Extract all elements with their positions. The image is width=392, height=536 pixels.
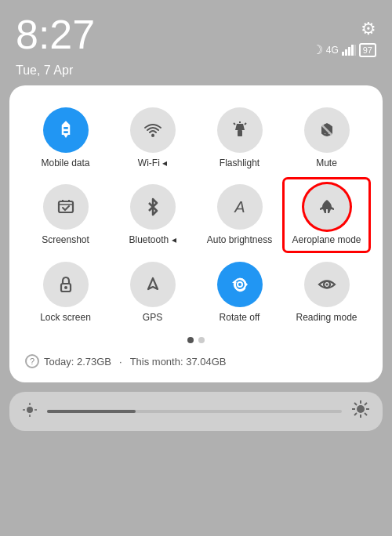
data-usage-separator: · <box>119 356 122 368</box>
aeroplane-icon-circle <box>304 184 350 230</box>
svg-line-13 <box>234 123 235 125</box>
lock-screen-icon-circle <box>43 262 89 307</box>
brightness-low-icon <box>22 402 38 422</box>
svg-rect-4 <box>354 45 356 56</box>
flashlight-icon <box>229 119 251 141</box>
flashlight-icon-circle <box>217 107 263 153</box>
eye-icon <box>316 273 338 295</box>
bluetooth-label: Bluetooth ◂ <box>129 234 176 245</box>
data-usage-help-icon[interactable]: ? <box>25 354 39 368</box>
svg-line-40 <box>354 403 357 405</box>
gear-icon[interactable]: ⚙ <box>361 19 376 39</box>
rotate-off-icon-circle <box>217 262 263 307</box>
rotate-icon <box>229 273 251 295</box>
signal-bars-icon <box>342 45 356 56</box>
brightness-high-icon <box>351 400 370 423</box>
svg-point-35 <box>357 405 365 413</box>
qs-item-bluetooth[interactable]: Bluetooth ◂ <box>109 178 196 252</box>
svg-line-42 <box>365 403 367 405</box>
bluetooth-icon-circle <box>130 184 176 230</box>
qs-item-screenshot[interactable]: Screenshot <box>22 178 109 252</box>
wifi-label: Wi-Fi ◂ <box>138 158 167 168</box>
svg-rect-3 <box>351 45 354 56</box>
data-usage-today: Today: 2.73GB <box>44 356 111 368</box>
quick-settings-panel: Mobile data Wi-Fi ◂ <box>9 85 383 382</box>
svg-line-12 <box>245 123 246 125</box>
brightness-track[interactable] <box>47 410 342 413</box>
qs-item-auto-brightness[interactable]: A Auto brightness <box>196 178 283 252</box>
data-usage: ? Today: 2.73GB · This month: 37.04GB <box>22 351 370 371</box>
auto-brightness-icon-circle: A <box>217 184 263 230</box>
gps-label: GPS <box>143 312 162 323</box>
svg-text:A: A <box>234 198 245 215</box>
svg-point-8 <box>151 134 154 137</box>
aeroplane-icon <box>316 196 338 218</box>
svg-line-43 <box>354 413 357 415</box>
gps-icon <box>142 273 164 295</box>
qs-item-mobile-data[interactable]: Mobile data <box>22 101 109 175</box>
mobile-data-icon-circle <box>43 107 89 153</box>
reading-mode-label: Reading mode <box>296 312 357 323</box>
quick-settings-grid: Mobile data Wi-Fi ◂ <box>22 101 370 329</box>
auto-brightness-label: Auto brightness <box>207 234 272 245</box>
svg-point-24 <box>238 282 242 287</box>
svg-point-30 <box>27 407 33 413</box>
mobile-data-icon <box>55 119 77 141</box>
pagination-dot-2[interactable] <box>198 337 205 343</box>
wifi-icon-circle <box>130 107 176 153</box>
auto-brightness-icon: A <box>229 196 251 218</box>
qs-item-gps[interactable]: GPS <box>109 255 196 329</box>
battery-text: 97 <box>363 45 372 55</box>
svg-rect-1 <box>345 49 347 56</box>
svg-rect-10 <box>238 130 242 136</box>
qs-item-mute[interactable]: Mute <box>283 101 370 175</box>
qs-item-rotate-off[interactable]: Rotate off <box>196 255 283 329</box>
rotate-off-label: Rotate off <box>220 312 260 323</box>
svg-rect-2 <box>348 47 350 56</box>
status-bar: 8:27 ⚙ ☽ 4G 97 <box>0 0 392 63</box>
svg-line-41 <box>365 413 367 415</box>
mobile-data-label: Mobile data <box>41 158 89 168</box>
signal-text: 4G <box>326 45 339 56</box>
screenshot-label: Screenshot <box>42 234 89 245</box>
qs-item-reading-mode[interactable]: Reading mode <box>283 255 370 329</box>
lock-screen-label: Lock screen <box>40 312 91 323</box>
aeroplane-label: Aeroplane mode <box>292 234 361 245</box>
bluetooth-icon <box>142 196 164 218</box>
qs-item-lock-screen[interactable]: Lock screen <box>22 255 109 329</box>
battery-icon-wrap: 97 <box>359 43 376 57</box>
brightness-fill <box>47 410 136 413</box>
pagination <box>22 337 370 343</box>
svg-point-22 <box>64 286 67 289</box>
mute-label: Mute <box>316 158 337 168</box>
pagination-dot-1[interactable] <box>187 337 194 343</box>
status-time: 8:27 <box>16 14 95 55</box>
svg-marker-7 <box>63 133 69 138</box>
svg-point-29 <box>325 283 328 285</box>
qs-item-flashlight[interactable]: Flashlight <box>196 101 283 175</box>
moon-icon: ☽ <box>312 42 323 57</box>
wifi-icon <box>142 119 164 141</box>
mute-icon-circle <box>304 107 350 153</box>
status-right: ⚙ ☽ 4G 97 <box>312 14 376 57</box>
screenshot-icon-circle <box>43 184 89 230</box>
status-icons: ☽ 4G 97 <box>312 42 376 57</box>
svg-rect-0 <box>342 52 344 56</box>
gps-icon-circle <box>130 262 176 307</box>
svg-rect-16 <box>59 201 73 212</box>
reading-mode-icon-circle <box>304 262 350 307</box>
screenshot-icon <box>55 196 77 218</box>
status-date: Tue, 7 Apr <box>0 63 392 85</box>
svg-marker-9 <box>235 124 245 130</box>
mute-icon <box>316 119 338 141</box>
data-usage-month: This month: 37.04GB <box>130 356 227 368</box>
qs-item-aeroplane[interactable]: Aeroplane mode <box>283 178 370 252</box>
flashlight-label: Flashlight <box>220 158 260 168</box>
qs-item-wifi[interactable]: Wi-Fi ◂ <box>109 101 196 175</box>
brightness-bar[interactable] <box>9 392 383 431</box>
lock-icon <box>55 273 77 295</box>
